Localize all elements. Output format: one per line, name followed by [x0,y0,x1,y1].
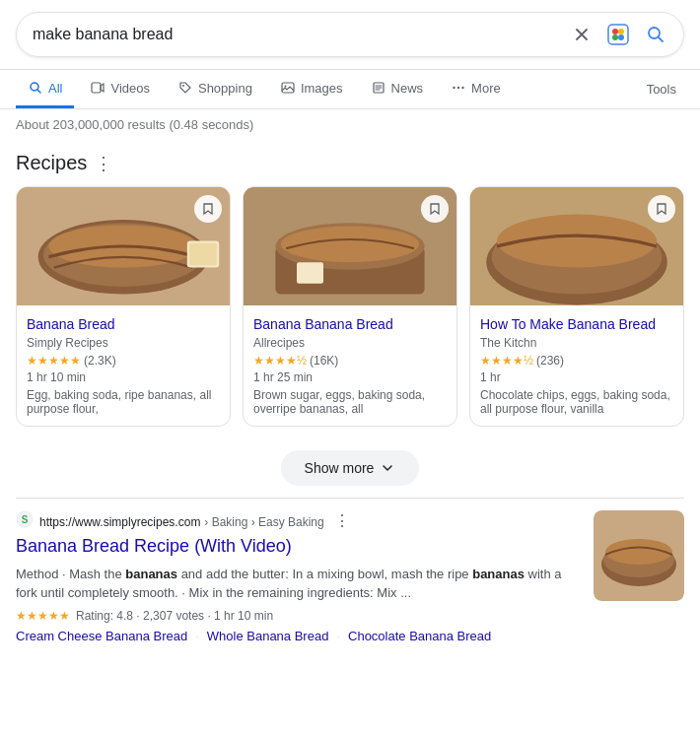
recipe-source-2: The Kitchn [480,336,673,350]
recipe-card-0[interactable]: Banana Bread Simply Recipes ★★★★★ (2.3K)… [16,186,231,427]
svg-rect-0 [608,25,628,44]
recipe-save-btn-1[interactable] [421,195,449,223]
tools-tab[interactable]: Tools [639,72,684,106]
result-options-icon[interactable]: ⋮ [334,511,350,530]
show-more-button[interactable]: Show more [281,450,420,486]
recipes-header: Recipes ⋮ [16,152,684,174]
result-sub-link-1[interactable]: Whole Banana Bread [207,629,329,643]
recipe-source-0: Simply Recipes [27,336,220,350]
search-input[interactable] [33,26,571,43]
svg-point-1 [612,29,618,34]
newspaper-icon [371,80,386,96]
tools-label: Tools [647,82,676,97]
svg-point-12 [453,87,455,89]
result-favicon: S [16,510,34,531]
recipe-card-content-2: How To Make Banana Bread The Kitchn ★★★★… [470,305,683,426]
recipe-ingredients-0: Egg, baking soda, ripe bananas, all purp… [27,388,220,416]
recipe-save-btn-0[interactable] [194,195,222,223]
svg-rect-9 [282,83,294,93]
search-bar [16,12,684,57]
tab-more[interactable]: More [439,70,513,108]
lens-button[interactable] [604,21,632,48]
stars-2: ★★★★½ [480,354,533,368]
result-rating-text: Rating: 4.8 · 2,307 votes · 1 hr 10 min [76,609,273,623]
recipe-ingredients-2: Chocolate chips, eggs, baking soda, all … [480,388,673,416]
recipe-card-content-0: Banana Bread Simply Recipes ★★★★★ (2.3K)… [17,305,230,426]
result-url-row: S https://www.simplyrecipes.com › Baking… [16,510,582,531]
recipe-card-img-2 [470,187,683,305]
tab-shopping-label: Shopping [198,81,252,96]
result-rating-row: ★★★★★ Rating: 4.8 · 2,307 votes · 1 hr 1… [16,609,582,623]
tab-news[interactable]: News [359,70,436,108]
svg-point-10 [284,86,286,88]
search-icon [28,80,43,96]
clear-button[interactable] [571,24,593,45]
recipe-rating-2: ★★★★½ (236) [480,354,673,368]
svg-point-2 [618,29,624,34]
recipe-cards: Banana Bread Simply Recipes ★★★★★ (2.3K)… [16,186,684,427]
rating-count-0: (2.3K) [84,354,116,368]
svg-point-13 [457,87,459,89]
video-icon [90,80,105,96]
result-snippet-0: Method · Mash the bananas and add the bu… [16,565,582,603]
result-sub-link-divider-1: · [336,629,340,643]
result-breadcrumb: › Baking › Easy Baking [204,515,323,529]
svg-point-3 [612,34,618,40]
search-bar-wrapper [0,0,700,70]
rating-count-2: (236) [536,354,564,368]
result-sub-link-0[interactable]: Cream Cheese Banana Bread [16,629,187,643]
search-icons [571,21,667,48]
result-sub-link-2[interactable]: Chocolate Banana Bread [348,629,491,643]
recipes-options-icon[interactable]: ⋮ [95,153,112,174]
tab-videos[interactable]: Videos [78,70,162,108]
show-more-wrapper: Show more [0,438,700,498]
svg-rect-20 [189,243,217,266]
recipe-time-2: 1 hr [480,370,673,384]
svg-point-8 [182,85,184,87]
result-site-info: https://www.simplyrecipes.com › Baking ›… [39,513,324,529]
image-icon [280,80,296,96]
recipe-title-0[interactable]: Banana Bread [27,315,220,333]
recipe-time-0: 1 hr 10 min [27,370,220,384]
result-title-0[interactable]: Banana Bread Recipe (With Video) [16,535,582,558]
svg-point-5 [649,28,660,38]
recipe-time-1: 1 hr 25 min [253,370,447,384]
tab-images[interactable]: Images [268,70,355,108]
recipe-rating-0: ★★★★★ (2.3K) [27,354,220,368]
result-thumbnail-0 [594,510,684,601]
chevron-down-icon [380,460,395,476]
tab-news-label: News [391,81,424,96]
recipes-title: Recipes [16,152,87,174]
recipe-title-2[interactable]: How To Make Banana Bread [480,315,673,333]
result-url: https://www.simplyrecipes.com [39,515,200,529]
recipe-card-1[interactable]: Banana Banana Bread Allrecipes ★★★★½ (16… [243,186,457,427]
result-sub-link-divider-0: · [195,629,199,643]
tab-videos-label: Videos [110,81,150,96]
recipe-card-content-1: Banana Banana Bread Allrecipes ★★★★½ (16… [244,305,456,426]
tab-all[interactable]: All [16,70,74,108]
recipe-rating-1: ★★★★½ (16K) [253,354,447,368]
results-info: About 203,000,000 results (0.48 seconds) [0,109,700,140]
recipe-save-btn-2[interactable] [648,195,675,223]
result-stars: ★★★★★ [16,609,70,623]
recipes-section: Recipes ⋮ [0,140,700,438]
svg-point-4 [618,34,624,40]
tab-images-label: Images [301,81,343,96]
tab-shopping[interactable]: Shopping [166,70,264,108]
result-links-row: Cream Cheese Banana Bread · Whole Banana… [16,629,582,643]
rating-count-1: (16K) [310,354,338,368]
recipe-ingredients-1: Brown sugar, eggs, baking soda, overripe… [253,388,447,416]
svg-rect-7 [92,83,101,93]
recipe-title-1[interactable]: Banana Banana Bread [253,315,447,333]
web-result-0: S https://www.simplyrecipes.com › Baking… [0,499,700,654]
recipe-source-1: Allrecipes [253,336,447,350]
show-more-label: Show more [305,460,375,476]
tab-all-label: All [48,81,62,96]
recipe-card-img-1 [244,187,456,305]
stars-0: ★★★★★ [27,354,81,368]
tag-icon [177,80,193,96]
recipe-card-2[interactable]: How To Make Banana Bread The Kitchn ★★★★… [469,186,684,427]
search-button[interactable] [644,23,667,46]
recipe-card-img-0 [17,187,230,305]
web-result-content-0: S https://www.simplyrecipes.com › Baking… [16,510,582,642]
